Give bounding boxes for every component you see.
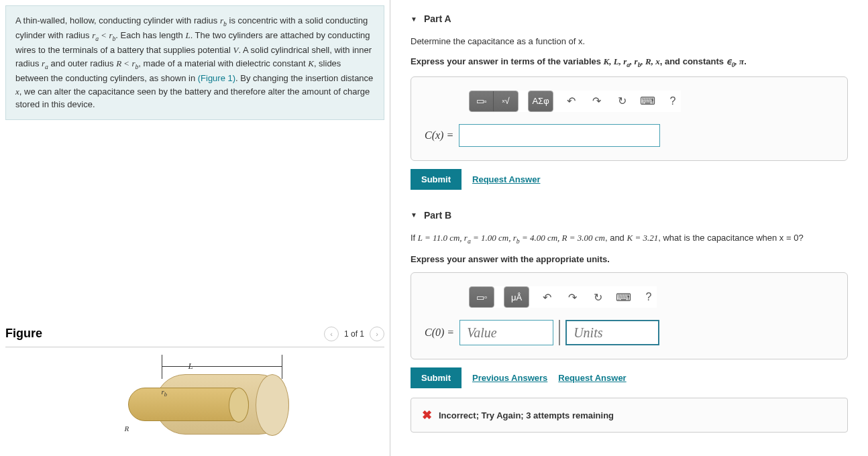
figure-next-button[interactable]: › <box>370 327 384 341</box>
lt: < <box>99 30 109 40</box>
template-picker-button[interactable]: ▭▫ <box>470 91 494 111</box>
text: , made of a material with dielectric con… <box>138 58 308 68</box>
part-b-submit-button[interactable]: Submit <box>411 367 462 388</box>
value-units-separator <box>559 320 560 345</box>
part-b-header[interactable]: ▼ Part B <box>411 210 848 221</box>
redo-icon[interactable]: ↷ <box>564 289 580 305</box>
figure-header: Figure ‹ 1 of 1 › <box>5 321 384 347</box>
text: . Each has length <box>115 30 185 40</box>
right-column: ▼ Part A Determine the capacitance as a … <box>390 0 868 456</box>
part-b-previous-answers-link[interactable]: Previous Answers <box>472 373 547 383</box>
figure-count: 1 of 1 <box>344 329 364 339</box>
equation-toolbar-a: ▭▫ x√ ΑΣφ ↶ ↷ ↻ ⌨ ? <box>469 91 681 112</box>
var-K: K <box>308 58 314 68</box>
incorrect-icon: ✖ <box>422 408 432 422</box>
feedback-text: Incorrect; Try Again; 3 attempts remaini… <box>439 410 614 420</box>
text: , and <box>605 233 627 243</box>
text: If <box>411 233 418 243</box>
greek-letters-button[interactable]: ΑΣφ <box>529 91 553 111</box>
values: L = 11.0 cm, ra = 1.00 cm, rb = 4.00 cm,… <box>418 233 605 243</box>
lt: < <box>121 58 131 68</box>
reset-icon[interactable]: ↻ <box>614 93 630 109</box>
part-b-question: If L = 11.0 cm, ra = 1.00 cm, rb = 4.00 … <box>411 231 848 246</box>
part-a-instruction: Express your answer in terms of the vari… <box>411 55 848 70</box>
part-b-submit-row: Submit Previous Answers Request Answer <box>411 367 848 388</box>
part-a-title: Part A <box>424 13 451 24</box>
part-a-header[interactable]: ▼ Part A <box>411 13 848 24</box>
part-a-input[interactable] <box>459 124 660 147</box>
dim-L: L <box>188 361 193 372</box>
part-b-feedback: ✖ Incorrect; Try Again; 3 attempts remai… <box>411 398 848 433</box>
part-a-submit-row: Submit Request Answer <box>411 169 848 190</box>
part-a-body: Determine the capacitance as a function … <box>411 35 848 190</box>
text: Express your answer in terms of the vari… <box>411 56 604 66</box>
part-b-request-answer-link[interactable]: Request Answer <box>558 373 626 383</box>
undo-icon[interactable]: ↶ <box>539 289 555 305</box>
template-picker-button[interactable]: ▭▫ <box>470 287 494 307</box>
math-root-button[interactable]: x√ <box>494 91 518 111</box>
part-b-answer-box: ▭▫ μÅ ↶ ↷ ↻ ⌨ ? C(0) = <box>411 272 848 359</box>
part-b-lhs: C(0) = <box>425 327 454 339</box>
text: and outer radius <box>48 58 116 68</box>
part-a-request-answer-link[interactable]: Request Answer <box>472 174 540 184</box>
var-L: L <box>185 30 190 40</box>
text: . By changing the insertion distance <box>235 73 373 83</box>
figure-prev-button[interactable]: ‹ <box>324 327 339 341</box>
text: , we can alter the capacitance seen by t… <box>15 87 370 110</box>
help-icon[interactable]: ? <box>665 93 681 109</box>
left-column: A thin-walled, hollow, conducting cylind… <box>0 0 390 456</box>
part-a-lhs: C(x) = <box>425 129 453 141</box>
part-a-answer-box: ▭▫ x√ ΑΣφ ↶ ↷ ↻ ⌨ ? C(x) = <box>411 76 848 161</box>
keyboard-icon[interactable]: ⌨ <box>639 93 655 109</box>
var-rb: rb <box>109 30 115 40</box>
keyboard-icon[interactable]: ⌨ <box>615 289 631 305</box>
equation-toolbar-b: ▭▫ μÅ ↶ ↷ ↻ ⌨ ? <box>469 286 657 308</box>
label-rb: rb <box>162 388 167 398</box>
var-rb: rb <box>220 15 227 25</box>
part-b-answer-row: C(0) = <box>425 320 834 345</box>
var-R: R <box>116 58 121 68</box>
vars: K, L, ra, rb, R, x <box>604 56 660 66</box>
figure-section: Figure ‹ 1 of 1 › L rb R <box>0 321 390 441</box>
page-container: A thin-walled, hollow, conducting cylind… <box>0 0 868 456</box>
text: A thin-walled, hollow, conducting cylind… <box>15 15 220 25</box>
part-a-answer-row: C(x) = <box>425 124 834 147</box>
k-value: K = 3.21 <box>627 233 658 243</box>
figure-ref[interactable]: (Figure 1) <box>198 73 235 83</box>
part-a-question: Determine the capacitance as a function … <box>411 35 848 48</box>
undo-icon[interactable]: ↶ <box>563 93 579 109</box>
figure-title: Figure <box>5 327 42 341</box>
reset-icon[interactable]: ↻ <box>590 289 606 305</box>
text: , and constants <box>660 56 726 66</box>
part-b-value-input[interactable] <box>459 320 553 345</box>
consts: ϵ0, π <box>726 56 744 66</box>
help-icon[interactable]: ? <box>641 289 657 305</box>
text: . <box>744 56 747 66</box>
var-ra: ra <box>42 58 48 68</box>
part-a-submit-button[interactable]: Submit <box>411 169 462 190</box>
label-R: R <box>125 424 129 433</box>
problem-statement: A thin-walled, hollow, conducting cylind… <box>5 5 384 120</box>
text: Determine the capacitance as a function … <box>411 36 585 46</box>
redo-icon[interactable]: ↷ <box>588 93 604 109</box>
chevron-down-icon: ▼ <box>411 211 417 219</box>
figure-nav: ‹ 1 of 1 › <box>324 327 384 341</box>
text: , what is the capacitance when x = 0? <box>658 233 803 243</box>
var-rb: rb <box>131 58 138 68</box>
part-b-units-input[interactable] <box>565 320 659 345</box>
part-b-body: If L = 11.0 cm, ra = 1.00 cm, rb = 4.00 … <box>411 231 848 433</box>
part-b-instruction: Express your answer with the appropriate… <box>411 253 848 266</box>
figure-image: L rb R <box>5 361 384 441</box>
chevron-down-icon: ▼ <box>411 15 417 23</box>
var-ra: ra <box>92 30 99 40</box>
units-button[interactable]: μÅ <box>504 287 529 307</box>
part-b-title: Part B <box>424 210 451 221</box>
